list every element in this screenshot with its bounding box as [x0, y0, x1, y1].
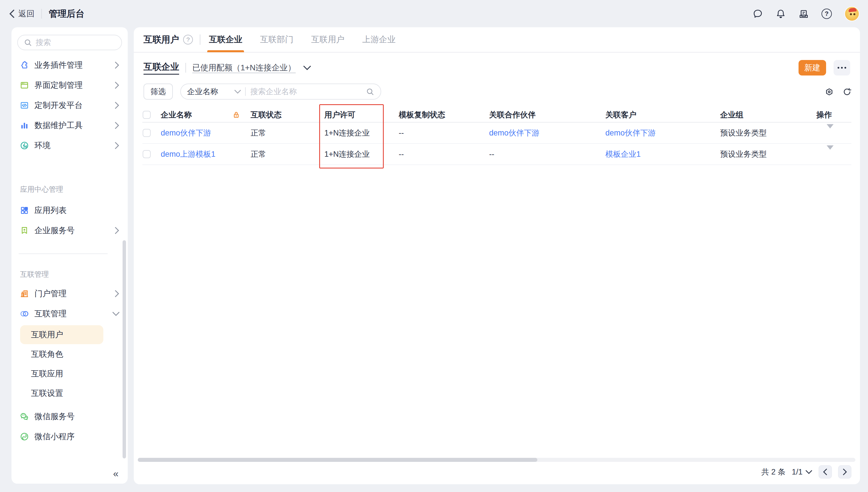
sidebar-subitem-interconnect-roles[interactable]: 互联角色 [20, 345, 103, 364]
enterprise-name-link[interactable]: demo上游模板1 [161, 149, 216, 159]
sidebar-item-app-list[interactable]: 应用列表 [11, 201, 128, 220]
quota-label[interactable]: 已使用配额（1+N连接企业） [192, 62, 296, 73]
status-value: 正常 [251, 149, 266, 159]
section-label-interconnect: 互联管理 [20, 270, 49, 279]
inbox-icon[interactable] [798, 8, 809, 19]
filter-button[interactable]: 筛选 [144, 83, 173, 100]
table-hscrollbar-thumb[interactable] [138, 458, 537, 462]
page-select[interactable]: 1/1 [792, 468, 812, 476]
column-header-template[interactable]: 模板复制状态 [399, 109, 445, 120]
sidebar-collapse-button[interactable]: « [113, 468, 119, 479]
back-chevron-icon [8, 9, 16, 18]
column-header-name[interactable]: 企业名称 [161, 109, 192, 120]
sidebar-item-wechat-service[interactable]: 微信服务号 [11, 407, 128, 426]
prev-page-button[interactable] [819, 465, 832, 478]
group-value: 预设业务类型 [720, 128, 767, 138]
search-icon [24, 38, 32, 47]
wechat-icon [20, 412, 29, 421]
license-value: 1+N连接企业 [324, 128, 370, 138]
sidebar-item-wechat-miniprogram[interactable]: 微信小程序 [11, 427, 128, 446]
sidebar-item-service-account[interactable]: 企业服务号 [11, 221, 128, 240]
status-value: 正常 [251, 128, 266, 138]
sidebar-subitem-interconnect-settings[interactable]: 互联设置 [20, 384, 103, 403]
sidebar-search[interactable] [17, 35, 122, 50]
bookmark-star-icon [20, 226, 29, 236]
sidebar-search-input[interactable] [35, 38, 113, 47]
quota-chevron-down-icon[interactable] [303, 65, 311, 71]
tab-upstream-enterprise[interactable]: 上游企业 [362, 27, 396, 52]
window-icon [20, 80, 29, 90]
column-header-license[interactable]: 用户许可 [324, 109, 355, 120]
page-help-icon[interactable]: ? [183, 35, 193, 45]
section-label-app-center: 应用中心管理 [20, 184, 63, 194]
topbar-left: 返回 管理后台 [8, 8, 84, 20]
column-header-status[interactable]: 互联状态 [251, 109, 281, 120]
row-actions-dropdown-icon[interactable] [827, 146, 834, 158]
bell-icon[interactable] [775, 8, 786, 19]
field-chevron-down-icon[interactable] [234, 89, 241, 94]
sidebar-item-interconnect-mgmt[interactable]: 互联管理 [11, 304, 128, 323]
chevron-right-icon [114, 227, 120, 234]
sidebar-subitem-interconnect-apps[interactable]: 互联应用 [20, 364, 103, 383]
column-settings-icon[interactable] [824, 87, 834, 97]
partner-link[interactable]: demo伙伴下游 [489, 128, 540, 138]
app-title: 管理后台 [49, 8, 84, 20]
view-title[interactable]: 互联企业 [144, 61, 179, 75]
tabs-separator [200, 34, 200, 45]
customer-link[interactable]: demo伙伴下游 [605, 128, 656, 138]
group-value: 预设业务类型 [720, 149, 767, 159]
enterprise-name-link[interactable]: demo伙伴下游 [161, 128, 211, 138]
next-page-button[interactable] [838, 465, 851, 478]
license-value: 1+N连接企业 [324, 149, 370, 159]
sidebar-item-portal-mgmt[interactable]: 门户管理 [11, 285, 128, 303]
row-actions-dropdown-icon[interactable] [827, 124, 834, 137]
table-row: demo伙伴下游 正常 1+N连接企业 -- demo伙伴下游 demo伙伴下游… [142, 123, 851, 144]
sidebar: 业务插件管理 界面定制管理 定制开发平台 数据维护工具 [11, 27, 128, 484]
page-title: 互联用户 [144, 33, 179, 46]
sidebar-item-dev-platform[interactable]: 定制开发平台 [11, 96, 128, 115]
tab-interconnect-user[interactable]: 互联用户 [311, 27, 344, 52]
enterprise-table: 企业名称 互联状态 用户许可 模板复制状态 关联合作伙伴 关联客户 企业组 操作… [142, 108, 851, 165]
search-field-select[interactable]: 企业名称 [187, 87, 218, 97]
column-header-customer[interactable]: 关联客户 [605, 109, 636, 120]
bar-chart-icon [20, 121, 29, 130]
help-icon[interactable]: ? [821, 8, 832, 19]
sidebar-item-data-tools[interactable]: 数据维护工具 [11, 116, 128, 134]
filter-row: 筛选 企业名称 [144, 83, 381, 100]
row-checkbox[interactable] [143, 150, 151, 158]
more-actions-button[interactable] [834, 60, 850, 75]
tabs-row: 互联用户 ? 互联企业 互联部门 互联用户 上游企业 [134, 27, 860, 52]
column-header-group[interactable]: 企业组 [720, 109, 743, 120]
sidebar-item-plugin-mgmt[interactable]: 业务插件管理 [11, 56, 128, 74]
chevron-right-icon [114, 102, 120, 109]
code-icon [20, 100, 29, 110]
table-search: 企业名称 [180, 83, 381, 100]
column-header-partner[interactable]: 关联合作伙伴 [489, 109, 536, 120]
pagination: 共 2 条 1/1 [761, 465, 851, 479]
customer-link[interactable]: 模板企业1 [605, 149, 641, 159]
page-chevron-down-icon [805, 470, 812, 474]
search-icon[interactable] [366, 87, 374, 96]
sidebar-scrollbar[interactable] [123, 240, 126, 459]
tab-interconnect-department[interactable]: 互联部门 [260, 27, 293, 52]
tab-interconnect-enterprise[interactable]: 互联企业 [209, 27, 242, 52]
row-checkbox[interactable] [143, 129, 151, 137]
user-avatar[interactable] [844, 6, 860, 21]
select-all-checkbox[interactable] [143, 111, 151, 119]
chat-bubble-icon[interactable] [752, 8, 763, 19]
create-button[interactable]: 新建 [798, 60, 826, 75]
sidebar-subitem-interconnect-users[interactable]: 互联用户 [20, 325, 103, 344]
back-button[interactable]: 返回 [8, 8, 34, 19]
sidebar-item-ui-custom[interactable]: 界面定制管理 [11, 76, 128, 94]
column-header-action[interactable]: 操作 [816, 109, 832, 120]
main-panel: 互联用户 ? 互联企业 互联部门 互联用户 上游企业 互联企业 已使用配额（1+… [134, 27, 860, 484]
table-row: demo上游模板1 正常 1+N连接企业 -- -- 模板企业1 预设业务类型 [142, 144, 851, 165]
grid-icon [20, 205, 29, 215]
refresh-icon[interactable] [842, 87, 852, 97]
partner-value: -- [489, 150, 494, 159]
template-status-value: -- [399, 150, 404, 159]
table-search-input[interactable] [250, 87, 366, 96]
sidebar-item-environment[interactable]: 环境 [11, 137, 128, 155]
lock-icon [232, 110, 241, 119]
chevron-down-icon [112, 311, 120, 317]
